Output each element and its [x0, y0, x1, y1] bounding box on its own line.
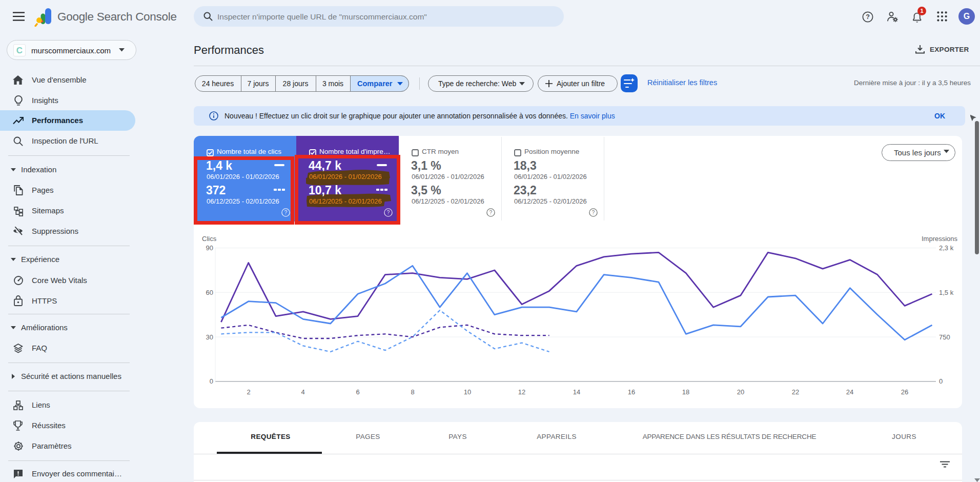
svg-text:?: ? — [866, 13, 870, 21]
